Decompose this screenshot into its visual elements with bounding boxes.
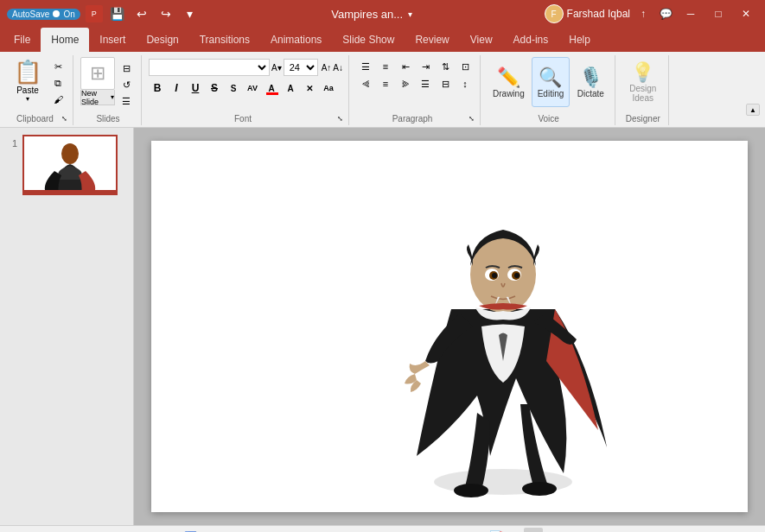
slide-canvas[interactable] [151, 141, 748, 512]
font-case-button[interactable]: Aa [320, 79, 337, 97]
dictate-button[interactable]: 🎙️ Dictate [571, 57, 609, 107]
redo-button[interactable]: ↪ [156, 4, 175, 23]
char-spacing-button[interactable]: AV [244, 79, 261, 97]
font-increase[interactable]: A↑ [322, 63, 332, 73]
font-expand-icon[interactable]: ⤡ [337, 115, 343, 123]
dictate-label: Dictate [577, 89, 604, 98]
tab-animations[interactable]: Animations [260, 28, 332, 52]
zoom-in-button[interactable]: ＋ [724, 529, 736, 533]
highlight-button[interactable]: A [282, 79, 299, 97]
align-left[interactable]: ⫷ [356, 76, 375, 92]
undo-button[interactable]: ↩ [132, 4, 151, 23]
title-dropdown-icon[interactable]: ▾ [408, 10, 412, 19]
tab-addins[interactable]: Add-ins [503, 28, 559, 52]
design-ideas-button[interactable]: 💡 DesignIdeas [624, 57, 662, 107]
layout-button[interactable]: ⊟ [117, 60, 136, 76]
avatar: F [545, 4, 564, 23]
normal-view-button[interactable]: ⊡ [524, 528, 543, 533]
underline-button[interactable]: U [187, 79, 204, 97]
slide-thumbnail-1[interactable]: 1 [5, 135, 128, 195]
customize-quick-access[interactable]: ▾ [181, 4, 200, 23]
font-name-select[interactable] [149, 59, 270, 76]
autosave-toggle[interactable]: AutoSave On [7, 9, 80, 20]
tab-help[interactable]: Help [558, 28, 601, 52]
profile-area[interactable]: F Farshad Iqbal [545, 4, 630, 23]
maximize-button[interactable]: □ [706, 2, 730, 26]
italic-button[interactable]: I [168, 79, 185, 97]
share-button[interactable]: ↑ [634, 4, 653, 23]
slide-thumb-wrap-1[interactable] [22, 135, 118, 195]
minimize-button[interactable]: ─ [679, 2, 703, 26]
copy-button[interactable]: ⧉ [48, 75, 67, 91]
reset-button[interactable]: ↺ [117, 77, 136, 92]
save-button[interactable]: 💾 [108, 4, 127, 23]
text-direction[interactable]: ⇅ [436, 59, 455, 74]
ribbon-collapse-button[interactable]: ▲ [746, 104, 760, 116]
svg-point-11 [514, 273, 520, 278]
tab-home[interactable]: Home [41, 28, 89, 52]
format-painter-button[interactable]: 🖌 [48, 92, 67, 107]
paste-icon: 📋 [14, 59, 41, 86]
svg-point-3 [454, 484, 488, 497]
section-button[interactable]: ☰ [117, 93, 136, 109]
tab-slideshow[interactable]: Slide Show [332, 28, 405, 52]
paragraph-expand-icon[interactable]: ⤡ [469, 115, 475, 123]
comments-button[interactable]: 💬 [656, 4, 675, 23]
close-button[interactable]: ✕ [734, 2, 758, 26]
slideshow-button[interactable]: ▶ [621, 528, 640, 533]
bullets-button[interactable]: ☰ [356, 59, 375, 74]
decrease-indent[interactable]: ⇤ [396, 59, 415, 74]
clipboard-expand-icon[interactable]: ⤡ [61, 115, 67, 123]
svg-point-10 [492, 273, 497, 278]
slide-number-1: 1 [5, 138, 17, 149]
font-size-select[interactable]: 24 [284, 59, 318, 76]
slide-small-buttons: ⊟ ↺ ☰ [117, 60, 136, 109]
columns[interactable]: ⊟ [436, 76, 455, 92]
cut-button[interactable]: ✂ [48, 59, 67, 74]
strikethrough-button[interactable]: S [206, 79, 223, 97]
new-slide-button[interactable]: ⊞ New Slide ▾ [80, 57, 115, 105]
font-decrease[interactable]: A↓ [333, 63, 343, 73]
tab-file[interactable]: File [3, 28, 41, 52]
numbering-button[interactable]: ≡ [376, 59, 395, 74]
clear-format-button[interactable]: ✕ [301, 79, 318, 97]
line-spacing[interactable]: ↕ [456, 76, 475, 92]
paragraph-content: ☰ ≡ ⇤ ⇥ ⇅ ⊡ ⫷ ≡ ⫸ ☰ ⊟ ↕ [356, 55, 475, 112]
design-ideas-label: DesignIdeas [629, 84, 656, 103]
font-group: A▾ 24 A↑ A↓ B I U S S AV A A ✕ Aa Font [143, 55, 349, 125]
convert-to-smartart[interactable]: ⊡ [456, 59, 475, 74]
tab-review[interactable]: Review [405, 28, 459, 52]
tab-view[interactable]: View [460, 28, 503, 52]
bold-button[interactable]: B [149, 79, 166, 97]
new-slide-label[interactable]: New Slide ▾ [80, 90, 115, 105]
paste-button[interactable]: 📋 Paste ▾ [9, 57, 47, 107]
justify[interactable]: ☰ [416, 76, 435, 92]
font-size-down[interactable]: A▾ [271, 63, 282, 73]
reading-view-button[interactable]: 📖 [596, 528, 615, 533]
outline-view-button[interactable]: ⊟ [548, 528, 567, 533]
paste-dropdown-icon[interactable]: ▾ [26, 95, 29, 103]
editing-button[interactable]: 🔍 Editing [532, 57, 571, 107]
font-name-row: A▾ 24 A↑ A↓ [149, 59, 343, 76]
font-color-button[interactable]: A [263, 79, 280, 97]
paste-label: Paste [16, 86, 39, 95]
presentation-title: Vampires an... [331, 8, 403, 21]
tab-design[interactable]: Design [136, 28, 188, 52]
align-center[interactable]: ≡ [376, 76, 395, 92]
slide-panel: 1 [0, 128, 134, 525]
zoom-out-button[interactable]: － [653, 529, 665, 533]
align-right[interactable]: ⫸ [396, 76, 415, 92]
drawing-button[interactable]: ✏️ Drawing [488, 57, 530, 107]
increase-indent[interactable]: ⇥ [416, 59, 435, 74]
tab-insert[interactable]: Insert [89, 28, 136, 52]
clipboard-group: 📋 Paste ▾ ✂ ⧉ 🖌 Clipboard ⤡ [3, 55, 73, 125]
clipboard-small-buttons: ✂ ⧉ 🖌 [48, 59, 67, 107]
tab-transitions[interactable]: Transitions [189, 28, 260, 52]
notes-button[interactable]: 📝 Notes [500, 528, 519, 533]
clipboard-label: Clipboard [9, 112, 61, 125]
shadow-button[interactable]: S [225, 79, 242, 97]
slide-thumb-svg [24, 136, 116, 193]
slide-sorter-button[interactable]: ⊞ [572, 528, 591, 533]
canvas-area[interactable] [134, 128, 765, 525]
status-bar-right: 📝 Notes ⊡ ⊟ ⊞ 📖 ▶ | － ＋ 54% [500, 528, 758, 533]
